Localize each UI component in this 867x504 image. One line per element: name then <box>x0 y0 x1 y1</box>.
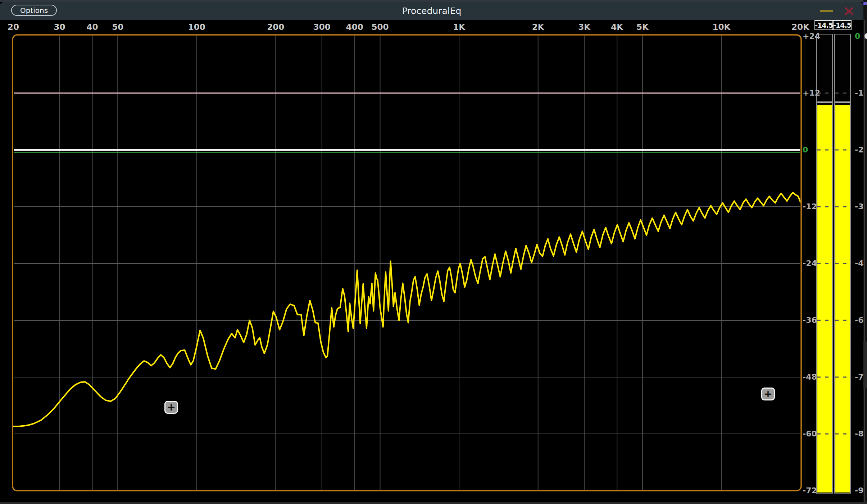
gain-tick-label: 0 <box>803 145 808 155</box>
freq-tick-label: 100 <box>188 22 205 32</box>
gain-tick-label: -72 <box>803 486 817 495</box>
background-scrollbar-thumb <box>863 342 867 388</box>
meter-readouts: -14.5 -14.5 <box>814 20 852 30</box>
freq-tick-label: 20 <box>8 22 19 32</box>
freq-tick-label: 5K <box>636 22 649 32</box>
gain-tick-label: -24 <box>803 259 817 268</box>
freq-tick-label: 3K <box>578 22 590 32</box>
background-window-right-strip <box>863 0 867 504</box>
spectrum-analyzer-display[interactable] <box>0 0 867 504</box>
add-band-button[interactable]: + <box>761 388 775 400</box>
plot-background <box>13 35 802 491</box>
meter-value-right[interactable]: -14.5 <box>833 20 852 30</box>
freq-tick-label: 4K <box>611 22 623 32</box>
meter-tick-label: 0 <box>855 32 860 41</box>
background-favicon <box>864 33 867 39</box>
gain-tick-label: -48 <box>803 372 817 382</box>
freq-tick-label: 20K <box>791 22 809 32</box>
freq-tick-label: 50 <box>112 22 123 32</box>
freq-tick-label: 10K <box>713 22 731 32</box>
gain-tick-label: -60 <box>803 429 817 439</box>
freq-tick-label: 30 <box>54 22 65 32</box>
gain-tick-label: +24 <box>803 32 820 41</box>
proceduraleq-window: Options ProceduralEq 2030405010020030040… <box>0 0 867 504</box>
meter-value-left[interactable]: -14.5 <box>814 20 833 30</box>
freq-tick-label: 200 <box>267 22 284 32</box>
freq-tick-label: 1K <box>453 22 465 32</box>
freq-tick-label: 500 <box>372 22 389 32</box>
freq-tick-label: 300 <box>313 22 331 32</box>
freq-tick-label: 40 <box>87 22 98 32</box>
background-edge-line <box>864 20 865 504</box>
add-band-button[interactable]: + <box>164 401 178 414</box>
window-bottom-edge <box>0 502 867 504</box>
background-accent <box>863 2 867 5</box>
gain-tick-label: -12 <box>803 202 817 211</box>
freq-tick-label: 400 <box>346 22 363 32</box>
freq-tick-label: 2K <box>532 22 544 32</box>
gain-tick-label: +12 <box>803 88 820 98</box>
gain-tick-label: -36 <box>803 316 817 325</box>
